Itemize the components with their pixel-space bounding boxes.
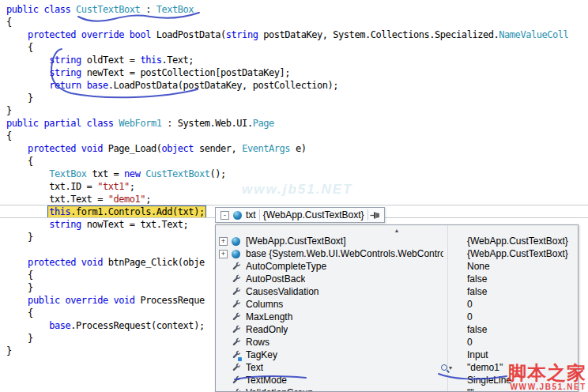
- expander-spacer: [219, 313, 228, 322]
- datatip-variable-name: txt: [243, 208, 259, 222]
- property-value: None: [467, 261, 490, 272]
- visual-studio-editor-screen: www.jb51.NET public class CustTextBoxt :…: [0, 0, 588, 392]
- code-line[interactable]: {: [6, 155, 588, 168]
- property-name: ValidationGroup: [246, 387, 313, 392]
- code-line[interactable]: TextBox txt = new CustTextBoxt();: [6, 168, 588, 180]
- pin-icon[interactable]: [368, 208, 382, 222]
- property-value: {WebApp.CustTextBoxt}: [467, 248, 568, 259]
- property-wrench-icon: [231, 375, 241, 386]
- code-line[interactable]: protected override bool LoadPostData(str…: [6, 28, 588, 41]
- code-line[interactable]: }: [6, 92, 588, 104]
- expander-spacer: [219, 376, 228, 385]
- property-value: false: [467, 324, 487, 335]
- expander-spacer: [219, 275, 228, 284]
- property-wrench-icon: [231, 312, 241, 322]
- visualizer-dropdown-icon[interactable]: ▾: [449, 364, 452, 371]
- property-value: Input: [467, 349, 488, 360]
- code-line[interactable]: {: [6, 130, 588, 142]
- expander-spacer: [219, 389, 228, 392]
- property-wrench-icon: [231, 388, 241, 392]
- property-value: "demo1": [467, 362, 503, 373]
- site-watermark: 脚本之家 WWW.JB51.NET: [507, 364, 586, 391]
- datatip-row[interactable]: +base {System.Web.UI.WebControls.WebCont…: [216, 247, 578, 260]
- datatip-row[interactable]: Rows0: [216, 336, 578, 349]
- datatip-row[interactable]: +[WebApp.CustTextBoxt]{WebApp.CustTextBo…: [216, 235, 578, 247]
- code-line[interactable]: }: [6, 104, 588, 117]
- property-wrench-icon: [231, 262, 241, 272]
- property-name: Rows: [246, 337, 270, 348]
- datatip-row[interactable]: CausesValidationfalse: [216, 285, 578, 298]
- object-icon: [231, 236, 241, 247]
- property-name: AutoPostBack: [246, 273, 305, 285]
- datatip-row[interactable]: ReadOnlyfalse: [216, 323, 578, 336]
- property-name: Columns: [246, 299, 283, 310]
- property-wrench-icon: [231, 287, 241, 297]
- expander-spacer: [219, 326, 228, 334]
- collapse-expander-icon[interactable]: -: [220, 211, 229, 220]
- datatip-row[interactable]: AutoPostBackfalse: [216, 273, 578, 285]
- property-name: AutoCompleteType: [246, 261, 326, 272]
- property-value: 0: [467, 337, 473, 348]
- current-line-top-rule: [0, 205, 588, 205]
- expander-spacer: [219, 364, 228, 372]
- expand-plus-icon[interactable]: +: [219, 237, 228, 246]
- property-name: TextMode: [246, 375, 287, 386]
- expander-spacer: [219, 288, 228, 296]
- code-line[interactable]: string newText = postCollection[postData…: [6, 66, 588, 79]
- property-name: Text: [246, 362, 263, 373]
- property-name: base {System.Web.UI.WebControls.WebContr…: [246, 248, 443, 259]
- code-line[interactable]: {: [6, 41, 588, 54]
- property-value: 0: [467, 311, 473, 322]
- code-line[interactable]: string oldText = this.Text;: [6, 54, 588, 66]
- expander-spacer: [219, 300, 228, 309]
- property-name: MaxLength: [246, 311, 292, 322]
- property-value: false: [467, 273, 487, 285]
- property-wrench-icon: [231, 300, 241, 310]
- property-wrench-icon: [231, 337, 241, 348]
- code-line[interactable]: {: [6, 16, 588, 28]
- property-value: "": [467, 387, 474, 392]
- property-wrench-icon: [231, 274, 241, 285]
- expander-spacer: [219, 262, 228, 271]
- scroll-up-band[interactable]: ▲: [216, 225, 578, 235]
- magnifier-icon[interactable]: [441, 364, 447, 371]
- property-wrench-icon: [231, 325, 241, 335]
- property-value: SingleLine: [467, 375, 511, 386]
- property-name: CausesValidation: [246, 286, 319, 297]
- property-value: {WebApp.CustTextBoxt}: [467, 236, 568, 247]
- site-watermark-url: WWW.JB51.NET: [507, 383, 586, 391]
- site-watermark-name: 脚本之家: [507, 364, 586, 383]
- code-line[interactable]: public class CustTextBoxt : TextBox: [6, 3, 588, 16]
- expander-spacer: [219, 351, 228, 360]
- property-wrench-icon: [231, 350, 241, 360]
- datatip-row[interactable]: AutoCompleteTypeNone: [216, 260, 578, 273]
- datatip-variable-value: {WebApp.CustTextBoxt}: [260, 208, 368, 222]
- property-name: [WebApp.CustTextBoxt]: [246, 236, 346, 247]
- expand-plus-icon[interactable]: +: [219, 250, 228, 258]
- property-name: ReadOnly: [246, 324, 288, 335]
- faint-center-watermark: www.jb51.NET: [242, 182, 353, 198]
- property-name: TagKey: [246, 349, 277, 360]
- datatip-row[interactable]: TagKeyInput: [216, 349, 578, 361]
- scroll-up-icon[interactable]: ▲: [394, 228, 400, 233]
- expander-spacer: [219, 338, 228, 347]
- object-icon: [232, 210, 243, 220]
- property-value: 0: [467, 299, 473, 310]
- object-icon: [231, 249, 241, 259]
- current-statement-highlight: this.form1.Controls.Add(txt);: [47, 205, 205, 218]
- property-value: false: [467, 286, 487, 297]
- property-wrench-icon: [231, 363, 241, 373]
- datatip-row[interactable]: Columns0: [216, 298, 578, 311]
- code-line[interactable]: return base.LoadPostData(postDataKey, po…: [6, 79, 588, 92]
- code-line[interactable]: protected void Page_Load(object sender, …: [6, 142, 588, 155]
- new-property-marker-icon: [238, 357, 242, 361]
- datatip-header[interactable]: - txt {WebApp.CustTextBoxt}: [215, 207, 385, 223]
- code-line[interactable]: public partial class WebForm1 : System.W…: [6, 117, 588, 130]
- datatip-row[interactable]: MaxLength0: [216, 311, 578, 323]
